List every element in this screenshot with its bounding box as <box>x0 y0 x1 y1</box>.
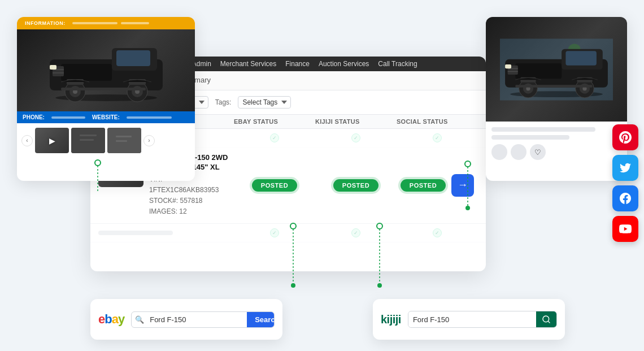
info-badge: INFORMATION: <box>21 19 69 27</box>
ebay-search-input[interactable] <box>147 312 247 327</box>
vehicle-header: INFORMATION: <box>17 17 195 29</box>
nav-auction[interactable]: Auction Services <box>319 60 369 68</box>
svg-rect-30 <box>565 51 597 65</box>
vehicle-preview-card: INFORMATION: <box>17 17 195 181</box>
social-status-cell: POSTED → <box>397 174 478 197</box>
social-vehicle-image <box>486 17 627 122</box>
svg-point-49 <box>291 283 295 288</box>
kijiji-status-cell: POSTED <box>315 179 397 192</box>
info-bar <box>72 22 118 24</box>
facebook-icon[interactable] <box>612 185 638 211</box>
phone-label: PHONE: <box>23 114 45 120</box>
svg-rect-35 <box>505 64 511 68</box>
card-bar-1 <box>491 127 595 132</box>
ebay-logo-b: b <box>105 312 111 326</box>
ebay-search-card: ebay 🔍 Search <box>90 299 282 340</box>
car-images: IMAGES: 12 <box>149 206 234 217</box>
col-social: Social Status <box>397 118 478 125</box>
ebay-logo-y: y <box>118 312 124 326</box>
svg-rect-3 <box>116 50 150 66</box>
prev-thumb-btn[interactable]: ‹ <box>21 135 33 146</box>
ebay-status-cell: POSTED <box>234 179 315 192</box>
ebay-search-icon: 🔍 <box>132 315 147 324</box>
youtube-icon[interactable] <box>612 216 638 242</box>
social-vehicle-card: ♡ <box>486 17 627 181</box>
card-icon-2 <box>511 144 526 160</box>
social-icons-panel <box>612 124 638 242</box>
twitter-icon[interactable] <box>612 155 638 181</box>
tags-label: Tags: <box>215 98 232 106</box>
info-bar-2 <box>121 22 149 24</box>
truck-right-illustration <box>500 38 613 101</box>
col-kijiji: Kijiji Status <box>315 118 397 125</box>
nav-finance[interactable]: Finance <box>285 60 310 68</box>
pinterest-icon[interactable] <box>612 124 638 150</box>
car-stock: STOCK#: 557818 <box>149 196 234 206</box>
svg-rect-8 <box>50 65 56 70</box>
social-card-footer: ♡ <box>486 122 627 166</box>
svg-rect-4 <box>61 64 112 81</box>
thumb-3[interactable] <box>107 128 141 153</box>
tags-select[interactable]: Select Tags <box>238 96 291 109</box>
card-bar-2 <box>491 135 569 140</box>
website-bar <box>127 116 172 119</box>
kijiji-search-card: kijiji <box>373 299 565 340</box>
ebay-logo: ebay <box>98 312 124 327</box>
svg-point-52 <box>377 283 382 288</box>
ghost-row-2: ✓ ✓ ✓ <box>90 224 486 242</box>
svg-rect-20 <box>80 139 94 141</box>
thumb-2[interactable] <box>71 128 105 153</box>
next-thumb-btn[interactable]: › <box>143 135 155 146</box>
thumbnails-row: ‹ › <box>17 123 195 158</box>
svg-rect-44 <box>515 85 592 88</box>
phone-bar <box>51 116 85 119</box>
social-posted-badge: POSTED <box>401 179 446 192</box>
kijiji-search-button[interactable] <box>536 311 556 327</box>
svg-rect-22 <box>116 136 132 137</box>
kijiji-logo-text: kijiji <box>381 313 401 326</box>
action-arrow-btn[interactable]: → <box>451 174 474 197</box>
card-like-icon[interactable]: ♡ <box>530 144 546 160</box>
thumb-1[interactable] <box>35 128 69 153</box>
kijiji-posted-badge: POSTED <box>333 179 378 192</box>
ebay-search-bar: 🔍 Search <box>131 311 275 328</box>
website-label: WEBSITE: <box>92 114 120 120</box>
svg-rect-31 <box>515 63 562 79</box>
nav-merchant[interactable]: Merchant Services <box>220 60 276 68</box>
kijiji-search-icon <box>542 315 551 324</box>
card-icon-1 <box>491 144 507 160</box>
svg-rect-19 <box>80 135 97 136</box>
col-ebay: Ebay Status <box>234 118 315 125</box>
ebay-logo-a: a <box>112 312 118 326</box>
ebay-logo-e: e <box>98 312 105 326</box>
ebay-search-button[interactable]: Search <box>247 312 275 327</box>
kijiji-search-input[interactable] <box>408 312 536 327</box>
kijiji-logo: kijiji <box>381 313 401 326</box>
truck-illustration <box>44 37 168 105</box>
card-action-icons: ♡ <box>491 144 621 160</box>
svg-rect-17 <box>61 88 146 90</box>
vehicle-main-image <box>17 29 195 111</box>
vehicle-footer: PHONE: WEBSITE: <box>17 111 195 123</box>
kijiji-search-bar <box>408 311 557 328</box>
nav-call[interactable]: Call Tracking <box>378 60 417 68</box>
ebay-posted-badge: POSTED <box>252 179 297 192</box>
svg-rect-23 <box>116 140 127 142</box>
